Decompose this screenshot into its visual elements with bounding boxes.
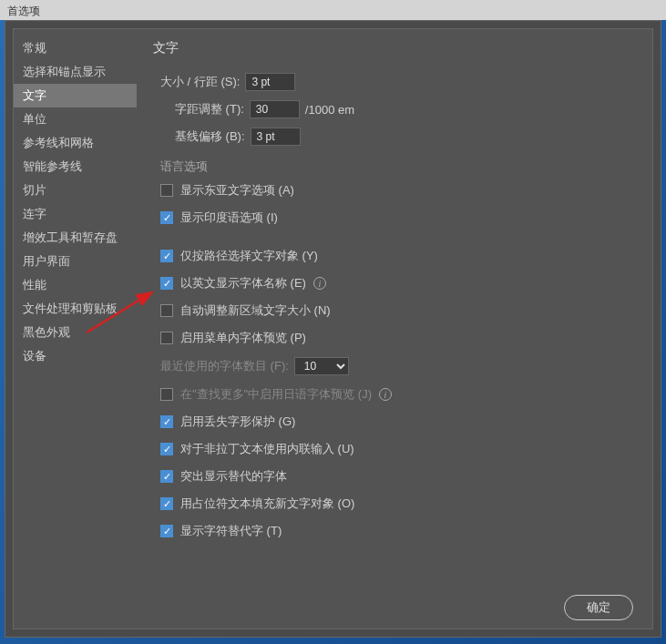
- sidebar-item-performance[interactable]: 性能: [14, 273, 137, 297]
- check-japanese: 在"查找更多"中启用日语字体预览 (J) i: [153, 386, 636, 403]
- tracking-input[interactable]: [250, 100, 300, 118]
- checkbox-japanese[interactable]: [160, 388, 173, 401]
- checkbox-placeholder-label: 用占位符文本填充新文字对象 (O): [180, 496, 354, 512]
- checkbox-highlight-label: 突出显示替代的字体: [180, 468, 287, 485]
- dialog-outer: 常规 选择和锚点显示 文字 单位 参考线和网格 智能参考线 切片 连字 增效工具…: [5, 20, 661, 638]
- checkbox-missing-glyph-label: 启用丢失字形保护 (G): [180, 414, 295, 430]
- sidebar-item-plugins[interactable]: 增效工具和暂存盘: [14, 226, 137, 250]
- checkbox-menu-preview[interactable]: [160, 332, 173, 344]
- tracking-label: 字距调整 (T):: [175, 101, 244, 118]
- size-label: 大小 / 行距 (S):: [160, 74, 240, 90]
- check-menu-preview: 启用菜单内字体预览 (P): [153, 330, 636, 346]
- field-recent-fonts: 最近使用的字体数目 (F): 10: [153, 357, 636, 375]
- sidebar-item-type[interactable]: 文字: [14, 84, 137, 107]
- check-auto-size: 自动调整新区域文字大小 (N): [153, 302, 636, 319]
- check-placeholder: 用占位符文本填充新文字对象 (O): [153, 496, 636, 512]
- check-path-select: 仅按路径选择文字对象 (Y): [153, 248, 636, 264]
- ok-button[interactable]: 确定: [564, 595, 633, 620]
- checkbox-japanese-label: 在"查找更多"中启用日语字体预览 (J): [180, 386, 372, 403]
- sidebar-item-selection[interactable]: 选择和锚点显示: [14, 60, 137, 84]
- checkbox-alt-glyph[interactable]: [160, 525, 173, 537]
- info-icon-japanese[interactable]: i: [379, 388, 392, 401]
- sidebar-item-devices[interactable]: 设备: [14, 344, 137, 368]
- field-size: 大小 / 行距 (S):: [153, 73, 636, 91]
- field-baseline: 基线偏移 (B):: [153, 128, 636, 146]
- checkbox-highlight[interactable]: [160, 470, 173, 483]
- info-icon[interactable]: i: [313, 277, 326, 290]
- checkbox-path-select[interactable]: [160, 250, 173, 262]
- checkbox-indic-label: 显示印度语选项 (I): [180, 210, 278, 226]
- sidebar-item-hyphenation[interactable]: 连字: [14, 202, 137, 226]
- recent-fonts-select[interactable]: 10: [294, 357, 349, 375]
- dialog-title: 首选项: [7, 5, 40, 17]
- language-section-label: 语言选项: [160, 158, 636, 175]
- check-alt-glyph: 显示字符替代字 (T): [153, 523, 636, 539]
- check-indic: 显示印度语选项 (I): [153, 210, 636, 226]
- checkbox-missing-glyph[interactable]: [160, 415, 173, 428]
- sidebar-item-slices[interactable]: 切片: [14, 179, 137, 202]
- checkbox-english-font[interactable]: [160, 277, 173, 290]
- content-title: 文字: [153, 40, 636, 56]
- size-input[interactable]: [245, 73, 295, 91]
- sidebar-item-units[interactable]: 单位: [14, 107, 137, 131]
- baseline-input[interactable]: [251, 128, 301, 146]
- check-inline-input: 对于非拉丁文本使用内联输入 (U): [153, 441, 636, 457]
- check-english-font: 以英文显示字体名称 (E) i: [153, 275, 636, 291]
- checkbox-alt-glyph-label: 显示字符替代字 (T): [180, 523, 282, 539]
- checkbox-indic[interactable]: [160, 211, 173, 224]
- recent-fonts-label: 最近使用的字体数目 (F):: [160, 358, 289, 374]
- sidebar-item-ui[interactable]: 用户界面: [14, 250, 137, 273]
- checkbox-menu-preview-label: 启用菜单内字体预览 (P): [180, 330, 306, 346]
- checkbox-english-font-label: 以英文显示字体名称 (E): [180, 275, 306, 291]
- tracking-unit: /1000 em: [305, 103, 354, 117]
- sidebar-item-file-handling[interactable]: 文件处理和剪贴板: [14, 297, 137, 321]
- checkbox-east-asian[interactable]: [160, 184, 173, 197]
- check-highlight: 突出显示替代的字体: [153, 468, 636, 485]
- checkbox-inline-input[interactable]: [160, 443, 173, 455]
- content-panel: 文字 大小 / 行距 (S): 字距调整 (T): /1000 em 基线偏移 …: [137, 29, 652, 629]
- checkbox-inline-input-label: 对于非拉丁文本使用内联输入 (U): [180, 441, 354, 457]
- baseline-label: 基线偏移 (B):: [175, 128, 245, 145]
- field-tracking: 字距调整 (T): /1000 em: [153, 100, 636, 118]
- checkbox-auto-size[interactable]: [160, 304, 173, 317]
- title-bar: 首选项: [0, 0, 666, 20]
- sidebar-item-smart-guides[interactable]: 智能参考线: [14, 155, 137, 179]
- checkbox-path-select-label: 仅按路径选择文字对象 (Y): [180, 248, 318, 264]
- sidebar-item-guides[interactable]: 参考线和网格: [14, 131, 137, 155]
- sidebar-item-black[interactable]: 黑色外观: [14, 321, 137, 344]
- checkbox-placeholder[interactable]: [160, 497, 173, 510]
- checkbox-auto-size-label: 自动调整新区域文字大小 (N): [180, 302, 331, 319]
- sidebar-item-general[interactable]: 常规: [14, 36, 137, 60]
- check-east-asian: 显示东亚文字选项 (A): [153, 182, 636, 199]
- button-row: 确定: [564, 595, 633, 620]
- sidebar: 常规 选择和锚点显示 文字 单位 参考线和网格 智能参考线 切片 连字 增效工具…: [14, 29, 137, 629]
- check-missing-glyph: 启用丢失字形保护 (G): [153, 414, 636, 430]
- dialog-inner: 常规 选择和锚点显示 文字 单位 参考线和网格 智能参考线 切片 连字 增效工具…: [13, 28, 653, 629]
- checkbox-east-asian-label: 显示东亚文字选项 (A): [180, 182, 294, 199]
